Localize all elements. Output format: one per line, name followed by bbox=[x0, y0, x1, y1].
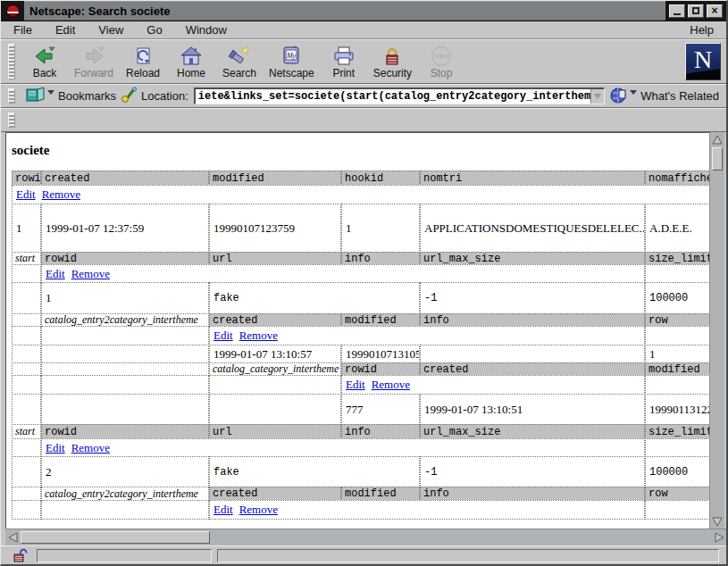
stop-label: Stop bbox=[431, 67, 453, 79]
table-row: 7771999-01-07 13:10:51199901131226 bbox=[12, 394, 709, 425]
value-cell: 1999-01-07 13:10:51 bbox=[420, 394, 645, 425]
bookmarks-label: Bookmarks bbox=[58, 89, 116, 103]
url-history-dropdown-button[interactable] bbox=[590, 89, 604, 104]
window-title: Netscape: Search societe bbox=[29, 4, 171, 18]
scroll-left-button[interactable] bbox=[5, 529, 20, 545]
search-icon bbox=[229, 45, 250, 66]
horizontal-scroll-thumb[interactable] bbox=[21, 531, 210, 544]
location-proxy[interactable]: Location: bbox=[121, 87, 188, 105]
title-bar[interactable]: Netscape: Search societe × bbox=[1, 1, 726, 21]
remove-link[interactable]: Remove bbox=[372, 378, 410, 392]
table-row: EditRemove bbox=[12, 375, 709, 395]
vertical-scrollbar[interactable] bbox=[709, 132, 724, 529]
minimize-icon bbox=[674, 12, 681, 15]
column-header: row bbox=[645, 487, 709, 501]
url-text-before-caret: iete&links_set=societe( bbox=[198, 90, 347, 103]
table-row: catalog_entry2category_interthemecreated… bbox=[12, 487, 709, 501]
reload-icon bbox=[133, 45, 153, 66]
menu-window[interactable]: Window bbox=[186, 23, 227, 37]
column-header: nomaffiche bbox=[645, 171, 709, 186]
column-header: size_limit bbox=[645, 424, 709, 439]
menu-help[interactable]: Help bbox=[690, 23, 714, 37]
empty-cell bbox=[12, 375, 41, 395]
chevron-down-icon bbox=[594, 94, 601, 99]
forward-icon bbox=[83, 45, 105, 66]
row-actions: EditRemove bbox=[12, 185, 709, 204]
reload-label: Reload bbox=[126, 67, 160, 79]
empty-cell bbox=[12, 264, 41, 283]
url-text-after-caret: start(catalog_entry2category_intertheme(… bbox=[346, 90, 590, 103]
edit-link[interactable]: Edit bbox=[46, 267, 65, 281]
toolbar-grip[interactable] bbox=[8, 44, 15, 79]
menu-edit[interactable]: Edit bbox=[55, 23, 75, 37]
maximize-button[interactable] bbox=[688, 4, 704, 18]
window-menu-button[interactable] bbox=[1, 1, 24, 21]
minimize-button[interactable] bbox=[669, 4, 685, 18]
home-button[interactable]: Home bbox=[167, 42, 215, 81]
url-input[interactable]: iete&links_set=societe(start(catalog_ent… bbox=[196, 89, 590, 104]
remove-link[interactable]: Remove bbox=[71, 267, 110, 281]
empty-cell bbox=[12, 362, 41, 376]
reload-button[interactable]: Reload bbox=[119, 42, 167, 81]
column-header: url_max_size bbox=[420, 424, 645, 439]
empty-cell bbox=[41, 500, 209, 520]
value-cell: 1 bbox=[341, 204, 420, 253]
scroll-down-button[interactable] bbox=[710, 514, 724, 529]
security-status-button[interactable] bbox=[10, 548, 31, 563]
remove-link[interactable]: Remove bbox=[71, 441, 110, 455]
empty-cell bbox=[645, 438, 709, 457]
empty-cell bbox=[12, 326, 41, 345]
value-cell: 19990107131057 bbox=[341, 345, 420, 363]
netscape-my-icon: My bbox=[281, 45, 301, 66]
security-button[interactable]: Security bbox=[368, 42, 417, 81]
column-header: created bbox=[209, 487, 341, 501]
empty-cell bbox=[41, 375, 209, 395]
maximize-icon bbox=[692, 7, 699, 14]
menu-view[interactable]: View bbox=[98, 23, 123, 37]
value-cell: -1 bbox=[420, 282, 645, 314]
horizontal-scrollbar[interactable] bbox=[5, 529, 726, 545]
column-header: modified bbox=[341, 487, 420, 501]
column-header: created bbox=[209, 313, 341, 327]
edit-link[interactable]: Edit bbox=[46, 441, 65, 455]
remove-link[interactable]: Remove bbox=[239, 503, 278, 517]
netscape-logo-button[interactable]: N bbox=[685, 43, 721, 80]
scroll-right-button[interactable] bbox=[712, 529, 726, 545]
empty-cell bbox=[12, 456, 41, 487]
value-cell: 100000 bbox=[645, 282, 709, 314]
edit-link[interactable]: Edit bbox=[16, 187, 36, 202]
netscape-guide-button[interactable]: My Netscape bbox=[264, 42, 320, 81]
menu-file[interactable]: File bbox=[13, 23, 32, 37]
table-row: 11999-01-07 12:37:59199901071237591APPLI… bbox=[12, 204, 709, 253]
scroll-up-button[interactable] bbox=[710, 132, 724, 146]
stop-icon bbox=[431, 45, 451, 66]
personal-toolbar-grip[interactable] bbox=[8, 112, 15, 128]
column-header: hookid bbox=[341, 171, 420, 186]
edit-link[interactable]: Edit bbox=[213, 503, 233, 517]
back-button[interactable]: Back bbox=[21, 42, 69, 81]
close-button[interactable]: × bbox=[707, 4, 723, 18]
vertical-scroll-track[interactable] bbox=[710, 171, 724, 514]
remove-link[interactable]: Remove bbox=[42, 187, 80, 202]
whats-related-button[interactable]: What's Related bbox=[610, 87, 719, 106]
open-padlock-icon bbox=[13, 547, 29, 563]
location-bar-grip[interactable] bbox=[8, 88, 15, 104]
table-row: EditRemove bbox=[12, 438, 709, 457]
netscape-label: Netscape bbox=[269, 67, 314, 79]
print-button[interactable]: Print bbox=[320, 42, 368, 81]
empty-cell bbox=[209, 375, 341, 395]
remove-link[interactable]: Remove bbox=[239, 329, 278, 343]
menu-go[interactable]: Go bbox=[146, 23, 162, 37]
search-button[interactable]: Search bbox=[215, 42, 264, 81]
vertical-scroll-thumb[interactable] bbox=[712, 147, 723, 171]
edit-link[interactable]: Edit bbox=[213, 329, 233, 343]
edit-link[interactable]: Edit bbox=[346, 378, 365, 392]
column-header: info bbox=[341, 252, 420, 265]
back-icon bbox=[34, 45, 55, 66]
content-area: societe rowidcreatedmodifiedhookidnomtri… bbox=[1, 132, 726, 529]
column-header: nomtri bbox=[420, 171, 645, 186]
horizontal-scroll-track[interactable] bbox=[211, 529, 712, 545]
results-table: rowidcreatedmodifiedhookidnomtrinomaffic… bbox=[12, 171, 709, 520]
empty-cell bbox=[12, 438, 41, 457]
bookmarks-button[interactable]: Bookmarks bbox=[26, 87, 116, 105]
